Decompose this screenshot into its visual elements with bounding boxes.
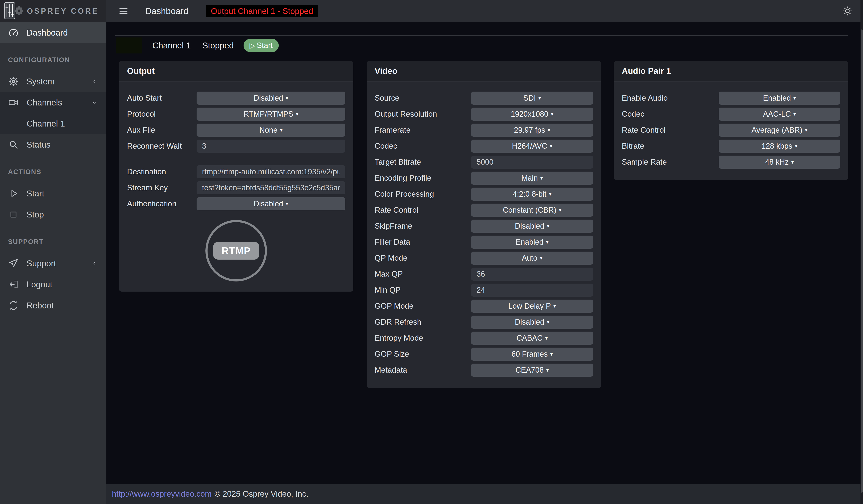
min-qp-input[interactable] xyxy=(471,284,593,297)
field-row-gop-mode: GOP ModeLow Delay P▾ xyxy=(375,300,593,313)
field-row-sample-rate: Sample Rate48 kHz▾ xyxy=(622,156,840,169)
max-qp-label: Max QP xyxy=(375,270,471,279)
gop-size-dropdown[interactable]: 60 Frames▾ xyxy=(471,348,593,361)
sidebar-section-support: SUPPORT xyxy=(0,236,107,248)
footer: http://www.ospreyvideo.com © 2025 Osprey… xyxy=(107,484,863,504)
field-row-output-resolution: Output Resolution1920x1080▾ xyxy=(375,107,593,121)
sidebar-item-reboot[interactable]: Reboot xyxy=(0,295,107,316)
field-row-aux-file: Aux FileNone▾ xyxy=(127,124,345,137)
source-value: SDI xyxy=(523,94,536,103)
enable-audio-dropdown[interactable]: Enabled▾ xyxy=(719,92,840,105)
sidebar-item-start[interactable]: Start xyxy=(0,183,107,204)
target-bitrate-label: Target Bitrate xyxy=(375,158,471,167)
authentication-dropdown[interactable]: Disabled▾ xyxy=(197,197,345,210)
field-row-auto-start: Auto StartDisabled▾ xyxy=(127,92,345,105)
caret-down-icon: ▾ xyxy=(540,175,543,181)
caret-down-icon: ▾ xyxy=(286,95,288,101)
codec-dropdown[interactable]: AAC-LC▾ xyxy=(719,107,840,121)
field-row-gop-size: GOP Size60 Frames▾ xyxy=(375,348,593,361)
field-row-filler-data: Filler DataEnabled▾ xyxy=(375,236,593,249)
sidebar-item-logout[interactable]: Logout xyxy=(0,274,107,295)
start-channel-button[interactable]: ▷ Start xyxy=(243,39,278,52)
caret-down-icon: ▾ xyxy=(793,111,796,117)
caret-down-icon: ▾ xyxy=(550,351,553,357)
caret-down-icon: ▾ xyxy=(551,111,553,117)
protocol-dropdown[interactable]: RTMP/RTMPS▾ xyxy=(197,107,345,121)
filler-data-label: Filler Data xyxy=(375,238,471,247)
target-bitrate-input[interactable] xyxy=(471,156,593,169)
auto-start-dropdown[interactable]: Disabled▾ xyxy=(197,92,345,105)
stream-key-input[interactable] xyxy=(197,181,345,194)
caret-down-icon: ▾ xyxy=(795,143,798,149)
destination-input[interactable] xyxy=(197,165,345,178)
field-row-encoding-profile: Encoding ProfileMain▾ xyxy=(375,171,593,185)
scrollbar-thumb[interactable] xyxy=(861,29,863,493)
caret-down-icon: ▾ xyxy=(553,303,556,309)
aux-file-dropdown[interactable]: None▾ xyxy=(197,124,345,137)
divider xyxy=(115,35,848,36)
field-row-qp-mode: QP ModeAuto▾ xyxy=(375,251,593,264)
caret-down-icon: ▾ xyxy=(549,191,552,197)
reboot-icon xyxy=(8,300,20,311)
metadata-label: Metadata xyxy=(375,366,471,375)
rate-control-dropdown[interactable]: Constant (CBR)▾ xyxy=(471,204,593,217)
osprey-logo-icon xyxy=(3,1,25,22)
framerate-dropdown[interactable]: 29.97 fps▾ xyxy=(471,124,593,137)
sidebar-item-status[interactable]: Status xyxy=(0,134,107,155)
topbar-title[interactable]: Dashboard xyxy=(145,6,188,16)
gdr-refresh-value: Disabled xyxy=(515,318,544,326)
codec-dropdown[interactable]: H264/AVC▾ xyxy=(471,140,593,153)
metadata-dropdown[interactable]: CEA708▾ xyxy=(471,364,593,377)
rate-control-dropdown[interactable]: Average (ABR)▾ xyxy=(719,124,840,137)
field-row-gdr-refresh: GDR RefreshDisabled▾ xyxy=(375,315,593,328)
sidebar-item-channels[interactable]: Channels xyxy=(0,92,107,113)
field-row-destination: Destination xyxy=(127,165,345,178)
caret-down-icon: ▾ xyxy=(547,223,550,229)
source-dropdown[interactable]: SDI▾ xyxy=(471,92,593,105)
hamburger-icon[interactable] xyxy=(120,8,127,14)
color-processing-dropdown[interactable]: 4:2:0 8-bit▾ xyxy=(471,188,593,201)
sample-rate-dropdown[interactable]: 48 kHz▾ xyxy=(719,156,840,169)
osprey-video-link[interactable]: http://www.ospreyvideo.com xyxy=(112,490,212,499)
auto-start-label: Auto Start xyxy=(127,94,197,103)
protocol-label: Protocol xyxy=(127,110,197,118)
sidebar-item-system[interactable]: System xyxy=(0,71,107,92)
filler-data-dropdown[interactable]: Enabled▾ xyxy=(471,236,593,249)
sidebar-item-stop[interactable]: Stop xyxy=(0,204,107,225)
entropy-mode-dropdown[interactable]: CABAC▾ xyxy=(471,332,593,345)
output-resolution-label: Output Resolution xyxy=(375,110,471,118)
max-qp-input[interactable] xyxy=(471,268,593,281)
caret-down-icon: ▾ xyxy=(548,127,550,133)
qp-mode-dropdown[interactable]: Auto▾ xyxy=(471,251,593,264)
sidebar-item-support[interactable]: Support xyxy=(0,253,107,274)
sidebar-item-dashboard[interactable]: Dashboard xyxy=(0,22,107,43)
caret-down-icon: ▾ xyxy=(791,159,794,165)
caret-down-icon: ▾ xyxy=(793,95,796,101)
gdr-refresh-dropdown[interactable]: Disabled▾ xyxy=(471,315,593,328)
reconnect-wait-input[interactable] xyxy=(197,140,345,153)
skipframe-dropdown[interactable]: Disabled▾ xyxy=(471,220,593,233)
auto-start-value: Disabled xyxy=(254,94,283,103)
destination-label: Destination xyxy=(127,167,197,176)
sun-icon[interactable] xyxy=(841,5,853,17)
gop-mode-dropdown[interactable]: Low Delay P▾ xyxy=(471,300,593,313)
bitrate-dropdown[interactable]: 128 kbps▾ xyxy=(719,140,840,153)
field-row-codec: CodecH264/AVC▾ xyxy=(375,140,593,153)
color-processing-label: Color Processing xyxy=(375,190,471,198)
encoding-profile-dropdown[interactable]: Main▾ xyxy=(471,171,593,185)
caret-down-icon: ▾ xyxy=(296,111,298,117)
skipframe-label: SkipFrame xyxy=(375,222,471,231)
min-qp-label: Min QP xyxy=(375,286,471,295)
field-row-stream-key: Stream Key xyxy=(127,181,345,194)
output-resolution-dropdown[interactable]: 1920x1080▾ xyxy=(471,107,593,121)
codec-value: H264/AVC xyxy=(512,142,547,151)
rate-control-value: Constant (CBR) xyxy=(503,206,556,215)
sidebar-item-channel-1[interactable]: Channel 1 xyxy=(0,113,107,134)
video-camera-icon xyxy=(8,96,20,108)
stream-key-label: Stream Key xyxy=(127,183,197,192)
caret-down-icon: ▾ xyxy=(280,127,283,133)
stop-icon xyxy=(8,209,20,220)
sidebar-item-label: Status xyxy=(27,140,50,150)
channel-status-alert: Output Channel 1 - Stopped xyxy=(206,5,318,17)
field-row-rate-control: Rate ControlAverage (ABR)▾ xyxy=(622,124,840,137)
